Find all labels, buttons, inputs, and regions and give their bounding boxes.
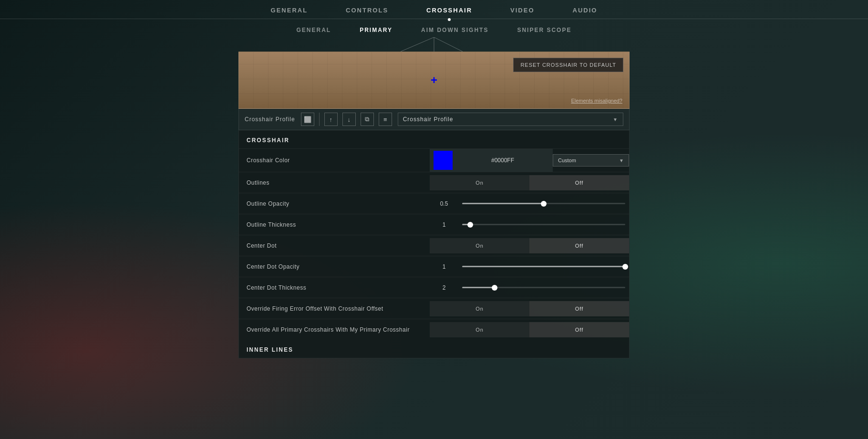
setting-row-crosshair-color: Crosshair Color #0000FF Custom ▼ (239, 148, 629, 172)
outline-opacity-slider[interactable] (458, 201, 629, 206)
crosshair-color-control: #0000FF Custom ▼ (430, 149, 629, 172)
color-preset-dropdown[interactable]: Custom ▼ (553, 154, 629, 167)
slider-thumb[interactable] (541, 201, 547, 207)
inner-lines-section-header: INNER LINES (239, 340, 629, 358)
slider-thumb[interactable] (467, 222, 473, 228)
setting-row-center-dot: Center Dot On Off (239, 235, 629, 256)
crosshair-color-label: Crosshair Color (239, 153, 430, 167)
settings-panel[interactable]: CROSSHAIR Crosshair Color #0000FF Custom… (238, 130, 630, 358)
center-dot-control: On Off (430, 238, 629, 253)
subnav-general[interactable]: GENERAL (297, 27, 331, 37)
outlines-on-btn[interactable]: On (430, 175, 529, 190)
profile-new-button[interactable]: ⬜ (301, 113, 314, 126)
slider-track[interactable] (462, 203, 625, 204)
slider-track[interactable] (462, 266, 625, 267)
misaligned-link[interactable]: Elements misaligned? (571, 98, 622, 104)
override-firing-error-control: On Off (430, 301, 629, 316)
slider-track[interactable] (462, 224, 625, 225)
slider-fill (462, 266, 625, 267)
color-hex-value: #0000FF (456, 157, 549, 164)
center-dot-toggle: On Off (430, 238, 629, 253)
override-all-primary-control: On Off (430, 322, 629, 337)
subnav-primary[interactable]: PRIMARY (360, 27, 393, 37)
override-all-primary-toggle: On Off (430, 322, 629, 337)
override-all-primary-label: Override All Primary Crosshairs With My … (239, 323, 430, 337)
setting-row-override-all-primary: Override All Primary Crosshairs With My … (239, 319, 629, 340)
center-dot-opacity-value: 1 (430, 263, 458, 270)
profile-import-button[interactable]: ↓ (342, 113, 356, 126)
outline-opacity-label: Outline Opacity (239, 197, 430, 211)
color-preset-chevron-icon: ▼ (619, 158, 624, 163)
setting-row-override-firing-error: Override Firing Error Offset With Crossh… (239, 298, 629, 319)
main-panel: RESET CROSSHAIR TO DEFAULT Elements misa… (238, 52, 630, 358)
setting-row-center-dot-opacity: Center Dot Opacity 1 (239, 256, 629, 277)
top-nav: GENERAL CONTROLS CROSSHAIR VIDEO AUDIO (0, 0, 868, 19)
override-all-primary-on-btn[interactable]: On (430, 322, 529, 337)
center-dot-thickness-label: Center Dot Thickness (239, 281, 430, 295)
preview-area: RESET CROSSHAIR TO DEFAULT Elements misa… (238, 52, 630, 109)
svg-line-0 (401, 37, 434, 52)
connector-lines (0, 37, 868, 52)
override-all-primary-off-btn[interactable]: Off (529, 322, 629, 337)
profile-sort-button[interactable]: ≡ (379, 113, 392, 126)
center-dot-label: Center Dot (239, 239, 430, 253)
override-firing-error-toggle: On Off (430, 301, 629, 316)
center-dot-off-btn[interactable]: Off (529, 238, 629, 253)
center-dot-thickness-value: 2 (430, 284, 458, 291)
svg-line-2 (434, 37, 463, 52)
nav-item-video[interactable]: VIDEO (510, 7, 534, 19)
color-swatch[interactable] (434, 151, 453, 170)
override-firing-error-label: Override Firing Error Offset With Crossh… (239, 302, 430, 316)
setting-row-center-dot-thickness: Center Dot Thickness 2 (239, 277, 629, 298)
outline-thickness-value: 1 (430, 221, 458, 228)
profile-export-button[interactable]: ↑ (324, 113, 338, 126)
color-preset-value: Custom (558, 157, 576, 163)
center-dot-on-btn[interactable]: On (430, 238, 529, 253)
setting-row-outline-thickness: Outline Thickness 1 (239, 214, 629, 235)
content-wrapper: GENERAL CONTROLS CROSSHAIR VIDEO AUDIO G… (0, 0, 868, 439)
profile-copy-button[interactable]: ⧉ (361, 113, 374, 126)
override-firing-error-on-btn[interactable]: On (430, 301, 529, 316)
slider-fill (462, 203, 544, 204)
chevron-down-icon: ▼ (613, 117, 618, 122)
outline-thickness-slider[interactable] (458, 222, 629, 227)
outlines-label: Outlines (239, 176, 430, 190)
outlines-toggle: On Off (430, 175, 629, 190)
setting-row-outlines: Outlines On Off (239, 172, 629, 193)
crosshair-section-header: CROSSHAIR (239, 130, 629, 148)
divider (319, 113, 320, 126)
outline-opacity-value: 0.5 (430, 200, 458, 207)
slider-thumb[interactable] (622, 264, 628, 270)
nav-item-controls[interactable]: CONTROLS (346, 7, 388, 19)
crosshair-preview (429, 75, 439, 85)
center-dot-opacity-label: Center Dot Opacity (239, 260, 430, 274)
profile-icons: ⬜ ↑ ↓ ⧉ ≡ (301, 113, 392, 126)
outline-thickness-label: Outline Thickness (239, 218, 430, 232)
setting-row-outline-opacity: Outline Opacity 0.5 (239, 193, 629, 214)
profile-bar: Crosshair Profile ⬜ ↑ ↓ ⧉ ≡ Crosshair Pr… (238, 109, 630, 130)
profile-dropdown-value: Crosshair Profile (403, 116, 454, 123)
nav-item-general[interactable]: GENERAL (271, 7, 308, 19)
nav-item-crosshair[interactable]: CROSSHAIR (426, 7, 472, 19)
slider-fill (462, 287, 495, 288)
center-dot-thickness-slider[interactable] (458, 285, 629, 290)
override-firing-error-off-btn[interactable]: Off (529, 301, 629, 316)
profile-label: Crosshair Profile (245, 116, 295, 123)
center-dot-opacity-slider[interactable] (458, 264, 629, 269)
outlines-control: On Off (430, 175, 629, 190)
sub-nav: GENERAL PRIMARY AIM DOWN SIGHTS SNIPER S… (297, 19, 572, 37)
nav-item-audio[interactable]: AUDIO (573, 7, 598, 19)
subnav-ads[interactable]: AIM DOWN SIGHTS (421, 27, 488, 37)
reset-crosshair-button[interactable]: RESET CROSSHAIR TO DEFAULT (513, 58, 623, 72)
profile-dropdown[interactable]: Crosshair Profile ▼ (398, 113, 623, 126)
slider-track[interactable] (462, 287, 625, 288)
slider-thumb[interactable] (492, 285, 497, 291)
subnav-sniper[interactable]: SNIPER SCOPE (517, 27, 571, 37)
outlines-off-btn[interactable]: Off (529, 175, 629, 190)
